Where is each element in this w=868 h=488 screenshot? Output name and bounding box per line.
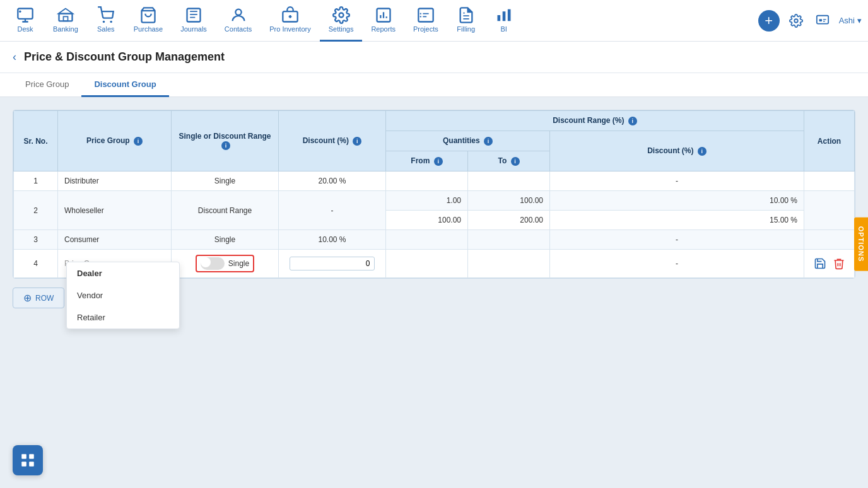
single-range-info-icon[interactable]: i	[221, 141, 230, 150]
col-price-group: Price Group i	[58, 111, 172, 171]
svg-rect-23	[823, 21, 825, 21]
cell-sr-3: 3	[14, 230, 58, 250]
cell-to-4	[468, 250, 550, 278]
nav-item-reports[interactable]: Reports	[362, 0, 404, 42]
cell-from-4	[386, 250, 468, 278]
nav-item-contacts[interactable]: Contacts	[216, 0, 261, 42]
discount-pct-info-icon[interactable]: i	[353, 137, 361, 146]
gear-button[interactable]	[786, 11, 806, 31]
cell-sr-2: 2	[14, 191, 58, 230]
nav-label-purchase: Purchase	[134, 25, 163, 33]
cell-sr-4: 4	[14, 250, 58, 278]
cell-action-3	[804, 230, 855, 250]
nav-item-journals[interactable]: Journals	[172, 0, 216, 42]
svg-rect-20	[817, 15, 828, 23]
col-single-range: Single or Discount Range i	[172, 111, 279, 171]
dropdown-item-vendor[interactable]: Vendor	[67, 284, 179, 306]
col-discount-pct: Discount (%) i	[279, 111, 386, 171]
cell-to-2a: 100.00	[468, 191, 550, 211]
nav-item-bi[interactable]: BI	[485, 0, 523, 42]
nav-item-pro-inventory[interactable]: Pro Inventory	[261, 0, 319, 42]
dropdown-item-dealer[interactable]: Dealer	[67, 262, 179, 284]
quantities-info-icon[interactable]: i	[484, 137, 493, 146]
cell-discount-4[interactable]	[279, 250, 386, 278]
nav-label-reports: Reports	[371, 25, 396, 33]
nav-item-purchase[interactable]: Purchase	[125, 0, 172, 42]
range-discount-pct-info-icon[interactable]: i	[698, 147, 707, 156]
options-tab[interactable]: OPTIONS	[854, 218, 868, 271]
cell-range-disc-2b: 15.00 %	[550, 211, 804, 230]
svg-rect-22	[823, 19, 826, 20]
nav-label-filling: Filling	[457, 25, 475, 33]
cell-from-3	[386, 230, 468, 250]
svg-point-15	[419, 16, 421, 17]
add-button[interactable]: +	[758, 10, 780, 32]
nav-label-desk: Desk	[17, 25, 33, 33]
col-discount-range: Discount Range (%) i	[386, 111, 804, 131]
toggle-switch[interactable]	[201, 257, 225, 270]
pro-inventory-icon	[281, 6, 299, 24]
nav-label-sales: Sales	[97, 25, 115, 33]
cell-sr-1: 1	[14, 171, 58, 191]
nav-right: + Ashi ▾	[758, 10, 862, 32]
tab-discount-group[interactable]: Discount Group	[81, 73, 168, 97]
settings-icon	[332, 6, 350, 24]
price-group-info-icon[interactable]: i	[134, 137, 143, 146]
add-row-button[interactable]: ⊕ ROW	[13, 288, 64, 308]
to-info-icon[interactable]: i	[511, 157, 520, 166]
purchase-icon	[139, 6, 157, 24]
nav-items: Desk Banking Sales Purchase	[6, 0, 758, 42]
nav-item-projects[interactable]: Projects	[404, 0, 447, 42]
nav-item-filling[interactable]: Filling	[447, 0, 485, 42]
dropdown-item-retailer[interactable]: Retailer	[67, 306, 179, 317]
svg-rect-16	[497, 15, 500, 21]
cell-action-4[interactable]	[804, 250, 855, 278]
page-title: Price & Discount Group Management	[24, 50, 225, 64]
table-row: 2 Wholeseller Discount Range - 1.00 100.…	[14, 191, 855, 211]
cell-type-2: Discount Range	[172, 191, 279, 230]
nav-item-settings[interactable]: Settings	[320, 0, 363, 42]
user-icon-button[interactable]	[812, 11, 833, 31]
cell-price-group-2: Wholeseller	[58, 191, 172, 230]
discount-range-info-icon[interactable]: i	[628, 117, 637, 125]
svg-rect-17	[502, 11, 505, 21]
nav-item-desk[interactable]: Desk	[6, 0, 44, 42]
discount-group-table: Sr. No. Price Group i Single or Discount…	[13, 110, 855, 279]
cell-range-disc-2a: 10.00 %	[550, 191, 804, 211]
col-from: From i	[386, 151, 468, 171]
svg-rect-21	[819, 19, 822, 21]
from-info-icon[interactable]: i	[434, 157, 443, 166]
svg-point-14	[419, 13, 421, 15]
cell-discount-3: 10.00 %	[279, 230, 386, 250]
cell-type-1: Single	[172, 171, 279, 191]
cell-type-4[interactable]: Single	[172, 250, 279, 278]
price-group-dropdown: Dealer Vendor Retailer	[66, 262, 180, 317]
cell-to-1	[468, 171, 550, 191]
nav-item-sales[interactable]: Sales	[87, 0, 125, 42]
tab-price-group[interactable]: Price Group	[13, 73, 81, 97]
cell-action-2	[804, 191, 855, 230]
user-menu[interactable]: Ashi ▾	[839, 16, 862, 25]
contacts-icon	[230, 6, 247, 24]
cell-from-2b: 100.00	[386, 211, 468, 230]
save-action-icon[interactable]	[812, 256, 828, 271]
nav-item-banking[interactable]: Banking	[44, 0, 87, 42]
svg-rect-13	[418, 9, 433, 22]
banking-icon	[57, 6, 74, 24]
bi-icon	[495, 6, 513, 24]
nav-label-contacts: Contacts	[225, 25, 252, 33]
svg-rect-18	[508, 9, 511, 21]
cell-price-group-1: Distributer	[58, 171, 172, 191]
cell-to-2b: 200.00	[468, 211, 550, 230]
discount-input[interactable]	[290, 257, 374, 270]
back-button[interactable]: ‹	[13, 50, 16, 64]
delete-action-icon[interactable]	[831, 256, 847, 271]
nav-label-pro-inventory: Pro Inventory	[269, 25, 310, 33]
journals-icon	[185, 6, 202, 24]
svg-point-7	[235, 9, 241, 15]
cell-range-disc-4: -	[550, 250, 804, 278]
nav-label-bi: BI	[501, 25, 507, 33]
svg-rect-0	[18, 9, 32, 19]
user-chevron: ▾	[857, 16, 862, 25]
cell-to-3	[468, 230, 550, 250]
